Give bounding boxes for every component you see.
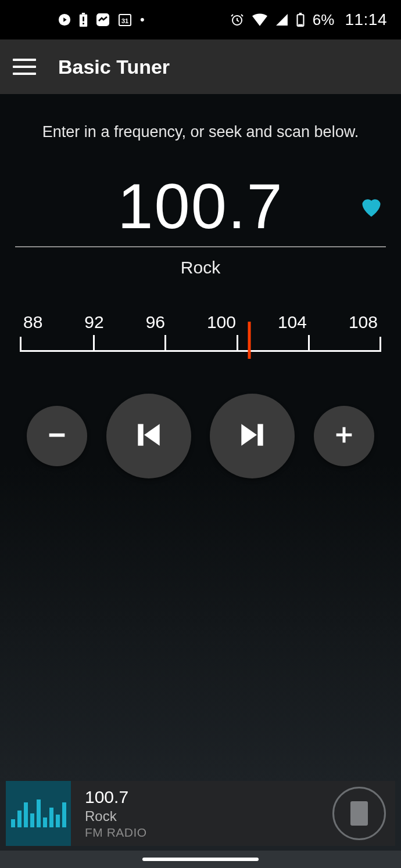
dial-labels: 88 92 96 100 104 108	[20, 312, 381, 337]
dial-tick	[308, 335, 310, 350]
home-indicator[interactable]	[142, 858, 259, 861]
status-bar: 31 • 6% 11:14	[0, 0, 401, 39]
increase-button[interactable]	[314, 406, 374, 466]
tuner-controls	[15, 394, 386, 478]
dial-label: 96	[146, 312, 165, 332]
minus-icon	[45, 423, 69, 449]
dial-label: 104	[278, 312, 307, 332]
svg-rect-16	[342, 427, 345, 443]
status-left-icons: 31 •	[58, 13, 145, 27]
favorite-heart-icon[interactable]	[359, 196, 384, 220]
dial-tick	[93, 335, 95, 350]
now-playing-genre: Rock	[85, 808, 318, 824]
main-content: Enter in a frequency, or seek and scan b…	[0, 94, 401, 478]
page-title: Basic Tuner	[58, 56, 170, 78]
clock: 11:14	[345, 10, 387, 29]
wifi-icon	[252, 13, 267, 26]
seek-previous-button[interactable]	[106, 394, 191, 478]
battery-percent: 6%	[313, 11, 335, 29]
seek-next-button[interactable]	[210, 394, 295, 478]
now-playing-band: FM RADIO	[85, 826, 318, 840]
frequency-input[interactable]	[15, 169, 386, 243]
dial-label: 100	[207, 312, 236, 332]
dial-tick	[237, 335, 238, 350]
app-bar: Basic Tuner	[0, 39, 401, 94]
svg-rect-11	[298, 24, 303, 26]
stop-button[interactable]	[332, 787, 386, 840]
now-playing-art	[6, 781, 71, 846]
svg-rect-14	[258, 424, 263, 445]
status-right-icons: 6% 11:14	[230, 10, 387, 29]
skip-next-icon	[234, 416, 271, 456]
calendar-icon: 31	[118, 13, 132, 27]
stop-icon	[350, 801, 368, 826]
genre-label: Rock	[15, 258, 386, 278]
dial-label: 92	[84, 312, 103, 332]
svg-rect-12	[49, 434, 65, 437]
equalizer-icon	[11, 799, 66, 827]
svg-rect-2	[82, 13, 85, 15]
menu-icon[interactable]	[13, 55, 36, 78]
frequency-dial[interactable]: 88 92 96 100 104 108	[20, 312, 381, 359]
more-notifications-icon: •	[140, 13, 145, 26]
dial-scale	[20, 337, 381, 352]
svg-text:31: 31	[121, 17, 128, 24]
instruction-text: Enter in a frequency, or seek and scan b…	[15, 123, 386, 141]
battery-outline-icon	[296, 13, 305, 27]
plus-icon	[332, 423, 356, 449]
now-playing-bar[interactable]: 100.7 Rock FM RADIO	[6, 781, 395, 846]
system-nav-bar	[0, 851, 401, 868]
dial-needle	[248, 322, 250, 359]
messenger-icon	[96, 13, 110, 27]
dial-label: 108	[349, 312, 378, 332]
alarm-icon	[230, 13, 244, 27]
skip-previous-icon	[130, 416, 167, 456]
dial-tick	[164, 335, 166, 350]
svg-rect-10	[299, 13, 302, 15]
play-circle-icon	[58, 13, 71, 26]
svg-rect-4	[83, 23, 84, 24]
now-playing-text: 100.7 Rock FM RADIO	[85, 787, 318, 840]
decrease-button[interactable]	[27, 406, 87, 466]
battery-alert-icon	[79, 13, 88, 27]
svg-rect-13	[138, 424, 143, 445]
dial-label: 88	[23, 312, 42, 332]
frequency-field-wrap	[15, 169, 386, 247]
now-playing-frequency: 100.7	[85, 787, 318, 807]
cell-signal-icon	[275, 13, 288, 26]
svg-rect-3	[83, 17, 84, 21]
